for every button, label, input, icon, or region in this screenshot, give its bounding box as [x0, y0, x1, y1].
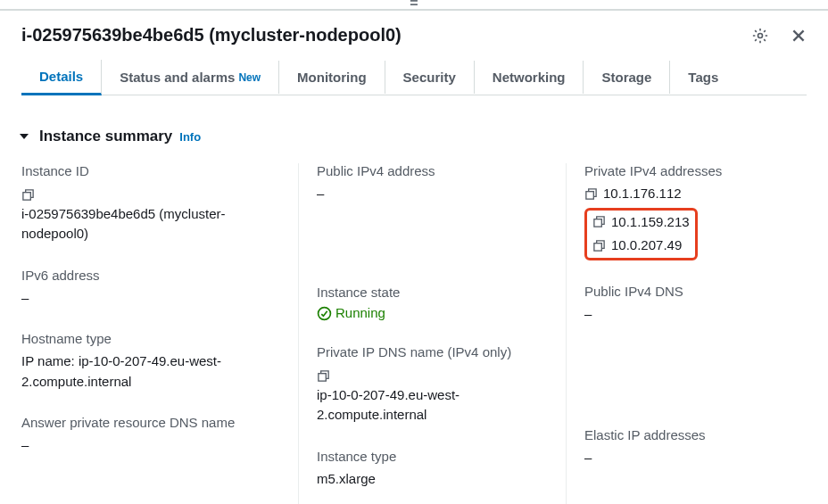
- private-ipv4-value-2: 10.1.159.213: [611, 212, 690, 233]
- field-hostname-type: Hostname type IP name: ip-10-0-207-49.eu…: [21, 331, 284, 392]
- answer-dns-label: Answer private resource DNS name: [21, 415, 284, 430]
- tab-storage[interactable]: Storage: [584, 61, 670, 94]
- private-ipv4-value-1: 10.1.176.112: [603, 184, 682, 204]
- instance-id-label: Instance ID: [21, 163, 284, 178]
- ipv6-value: –: [21, 288, 284, 309]
- summary-grid: Instance ID i-025975639be4be6d5 (myclust…: [21, 163, 807, 504]
- field-public-ipv4: Public IPv4 address –: [317, 163, 551, 204]
- tab-security[interactable]: Security: [385, 61, 475, 94]
- public-ipv4-value: –: [317, 184, 551, 204]
- collapse-icon[interactable]: [20, 134, 29, 139]
- ipv6-label: IPv6 address: [21, 268, 284, 283]
- elastic-ip-label: Elastic IP addresses: [584, 427, 792, 442]
- page-title: i-025975639be4be6d5 (mycluster-nodepool0…: [21, 25, 402, 45]
- private-dns-value: ip-10-0-207-49.eu-west-2.compute.interna…: [317, 387, 460, 423]
- instance-summary-content: Instance summary Info Instance ID i-0259…: [0, 110, 828, 504]
- tab-tags[interactable]: Tags: [670, 61, 736, 94]
- instance-id-value: i-025975639be4be6d5 (mycluster-nodepool0…: [21, 206, 225, 242]
- gear-icon[interactable]: [751, 27, 769, 45]
- highlighted-ips: 10.1.159.213 10.0.207.49: [584, 208, 698, 260]
- instance-state-label: Instance state: [317, 285, 551, 300]
- section-title: Instance summary: [39, 128, 172, 145]
- svg-rect-3: [23, 192, 30, 199]
- col-1: Instance ID i-025975639be4be6d5 (myclust…: [21, 163, 298, 504]
- elastic-ip-value: –: [584, 448, 792, 468]
- svg-rect-8: [594, 243, 601, 250]
- tab-bar: Details Status and alarms New Monitoring…: [21, 60, 807, 95]
- panel-handle[interactable]: =: [0, 0, 828, 9]
- section-header[interactable]: Instance summary Info: [21, 128, 807, 145]
- public-ipv4-label: Public IPv4 address: [317, 163, 551, 178]
- private-dns-label: Private IP DNS name (IPv4 only): [317, 344, 551, 359]
- instance-panel: i-025975639be4be6d5 (mycluster-nodepool0…: [0, 9, 828, 110]
- close-icon[interactable]: [791, 28, 807, 44]
- tab-monitoring[interactable]: Monitoring: [279, 61, 385, 94]
- field-elastic-ip: Elastic IP addresses –: [584, 427, 792, 468]
- tab-networking[interactable]: Networking: [475, 61, 584, 94]
- field-private-ipv4: Private IPv4 addresses 10.1.176.112: [584, 163, 792, 260]
- public-dns-label: Public IPv4 DNS: [584, 284, 792, 299]
- field-instance-type: Instance type m5.xlarge: [317, 449, 551, 490]
- private-ipv4-label: Private IPv4 addresses: [584, 163, 792, 178]
- new-badge: New: [238, 71, 261, 84]
- copy-icon[interactable]: [592, 215, 606, 228]
- field-answer-dns: Answer private resource DNS name –: [21, 415, 284, 456]
- public-dns-value: –: [584, 304, 792, 325]
- hostname-type-label: Hostname type: [21, 331, 284, 346]
- svg-point-0: [758, 33, 763, 37]
- instance-type-value: m5.xlarge: [317, 469, 551, 490]
- tab-status-alarms[interactable]: Status and alarms New: [102, 61, 279, 94]
- copy-icon[interactable]: [584, 187, 598, 201]
- info-link[interactable]: Info: [179, 130, 201, 144]
- svg-rect-7: [594, 219, 601, 227]
- col-2: Public IPv4 address – Instance state Run…: [298, 163, 566, 504]
- col-3: Private IPv4 addresses 10.1.176.112: [566, 163, 807, 504]
- tab-details[interactable]: Details: [21, 60, 102, 95]
- instance-type-label: Instance type: [317, 449, 551, 464]
- field-private-dns: Private IP DNS name (IPv4 only) ip-10-0-…: [317, 344, 551, 426]
- svg-rect-5: [319, 373, 326, 380]
- field-instance-id: Instance ID i-025975639be4be6d5 (myclust…: [21, 163, 284, 244]
- answer-dns-value: –: [21, 435, 284, 456]
- field-ipv6: IPv6 address –: [21, 268, 284, 309]
- instance-state-value: Running: [317, 305, 551, 322]
- svg-rect-6: [586, 191, 593, 198]
- hostname-type-value: IP name: ip-10-0-207-49.eu-west-2.comput…: [21, 351, 284, 392]
- field-instance-state: Instance state Running: [317, 285, 551, 322]
- copy-icon[interactable]: [317, 369, 330, 383]
- copy-icon[interactable]: [21, 188, 35, 202]
- field-public-dns: Public IPv4 DNS –: [584, 284, 792, 325]
- copy-icon[interactable]: [592, 239, 606, 252]
- private-ipv4-value-3: 10.0.207.49: [611, 235, 682, 256]
- panel-header: i-025975639be4be6d5 (mycluster-nodepool0…: [21, 25, 807, 45]
